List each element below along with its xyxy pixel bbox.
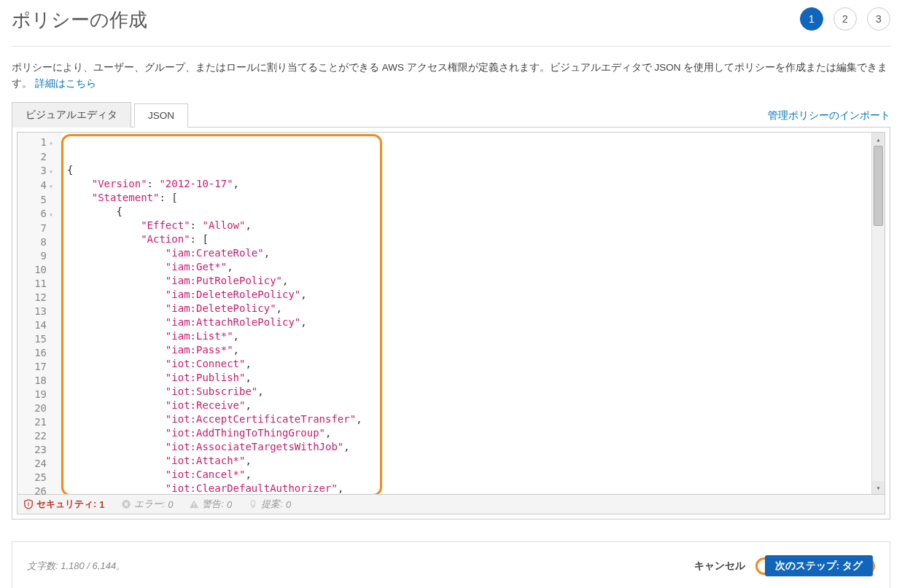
- error-icon: [121, 499, 131, 509]
- step-3[interactable]: 3: [867, 7, 890, 31]
- page-title: ポリシーの作成: [12, 7, 147, 33]
- line-number-gutter: 1▾23▾4▾56▾789101112131415161718192021222…: [18, 133, 61, 494]
- description-text: ポリシーにより、ユーザー、グループ、またはロールに割り当てることができる AWS…: [12, 60, 890, 91]
- svg-rect-4: [194, 506, 195, 507]
- step-1[interactable]: 1: [800, 7, 823, 31]
- svg-point-0: [28, 503, 29, 504]
- next-step-button[interactable]: 次のステップ: タグ: [765, 555, 873, 576]
- status-error[interactable]: エラー: 0: [121, 498, 174, 511]
- tab-visual-editor[interactable]: ビジュアルエディタ: [12, 102, 131, 128]
- scrollbar-down-arrow[interactable]: ▾: [872, 481, 884, 494]
- step-2[interactable]: 2: [833, 7, 857, 31]
- description-body: ポリシーにより、ユーザー、グループ、またはロールに割り当てることができる AWS…: [12, 62, 887, 89]
- scrollbar-up-arrow[interactable]: ▴: [872, 133, 884, 146]
- lightbulb-icon: [248, 499, 258, 509]
- json-editor[interactable]: 1▾23▾4▾56▾789101112131415161718192021222…: [17, 132, 885, 495]
- status-suggestion[interactable]: 提案: 0: [248, 498, 291, 511]
- tab-json[interactable]: JSON: [134, 103, 188, 128]
- character-count: 文字数: 1,180 / 6,144。: [27, 560, 125, 573]
- svg-rect-3: [194, 503, 195, 506]
- footer-bar: 文字数: 1,180 / 6,144。 キャンセル 次のステップ: タグ: [12, 541, 890, 588]
- learn-more-link[interactable]: 詳細はこちら: [35, 78, 96, 89]
- editor-status-bar: セキュリティ: 1 エラー: 0 警告: 0 提案: 0: [17, 495, 885, 514]
- shield-icon: [23, 499, 34, 509]
- status-warning[interactable]: 警告: 0: [189, 498, 232, 511]
- step-indicator: 123: [800, 7, 890, 31]
- cancel-button[interactable]: キャンセル: [684, 554, 755, 579]
- status-security[interactable]: セキュリティ: 1: [23, 498, 105, 511]
- scrollbar-thumb[interactable]: [874, 146, 883, 226]
- warning-icon: [189, 499, 199, 509]
- svg-rect-1: [28, 504, 28, 506]
- vertical-scrollbar[interactable]: ▴ ▾: [871, 133, 884, 494]
- code-area[interactable]: { "Version": "2012-10-17", "Statement": …: [61, 133, 884, 494]
- editor-container: 1▾23▾4▾56▾789101112131415161718192021222…: [12, 127, 890, 520]
- annotation-highlight-oval: 次のステップ: タグ: [755, 557, 875, 575]
- import-managed-policy-link[interactable]: 管理ポリシーのインポート: [768, 109, 890, 127]
